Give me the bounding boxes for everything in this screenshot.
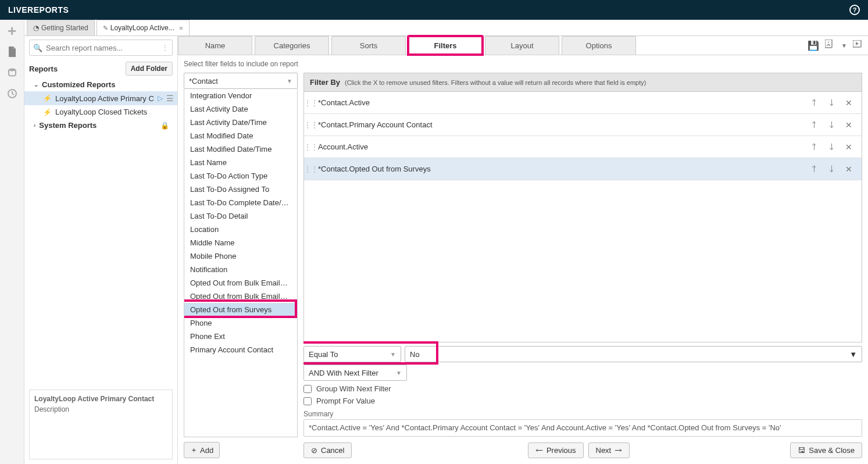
- field-item[interactable]: Middle Name: [184, 236, 297, 249]
- play-icon[interactable]: ▷: [158, 94, 163, 102]
- search-input-wrap[interactable]: 🔍 ⋮: [29, 40, 173, 56]
- field-item[interactable]: Last To-Do Detail: [184, 209, 297, 223]
- move-up-icon[interactable]: 🡑: [808, 141, 821, 153]
- field-item[interactable]: Last Name: [184, 156, 297, 169]
- move-down-icon[interactable]: 🡓: [826, 163, 838, 175]
- filter-row[interactable]: ⋮⋮ *Contact.Active 🡑 🡓 ✕: [304, 92, 862, 114]
- move-up-icon[interactable]: 🡑: [808, 119, 821, 131]
- app-title: LIVEREPORTS: [8, 5, 69, 15]
- tree-item-loyaltyloop-closed[interactable]: ⚡ LoyaltyLoop Closed Tickets: [24, 105, 177, 119]
- tab-getting-started[interactable]: ◔ Getting Started: [27, 20, 95, 35]
- tree-system[interactable]: › System Reports 🔒: [24, 119, 177, 132]
- remove-icon[interactable]: ✕: [843, 119, 855, 131]
- tree-item-loyaltyloop-active[interactable]: ⚡ LoyaltyLoop Active Primary Con ▷ ☰: [24, 91, 177, 105]
- run-icon[interactable]: [853, 40, 862, 51]
- filter-header: Filter By (Click the X to remove unused …: [303, 73, 862, 92]
- field-item[interactable]: Mobile Phone: [184, 249, 297, 263]
- filter-by-title: Filter By: [310, 78, 340, 87]
- grip-icon[interactable]: ⋮⋮: [304, 165, 316, 173]
- field-item[interactable]: Opted Out from Surveys: [184, 303, 297, 316]
- add-button[interactable]: ＋ Add: [184, 442, 220, 458]
- tree-customized[interactable]: ⌄ Customized Reports: [24, 78, 177, 91]
- field-item[interactable]: Last To-Do Action Type: [184, 169, 297, 183]
- export-icon[interactable]: x: [825, 40, 835, 51]
- tab-name[interactable]: Name: [178, 36, 252, 55]
- add-folder-button[interactable]: Add Folder: [126, 62, 173, 76]
- save-close-button[interactable]: 🖫 Save & Close: [790, 442, 862, 458]
- report-tree: ⌄ Customized Reports ⚡ LoyaltyLoop Activ…: [24, 78, 177, 385]
- help-icon[interactable]: ?: [849, 5, 860, 15]
- field-item[interactable]: Opted Out from Bulk Emails D...: [184, 276, 297, 290]
- field-item[interactable]: Notification: [184, 263, 297, 276]
- field-item[interactable]: Last To-Do Complete Date/Time: [184, 196, 297, 209]
- menu-icon[interactable]: ☰: [166, 94, 174, 103]
- prompt-check-row[interactable]: Prompt For Value: [303, 397, 862, 405]
- move-down-icon[interactable]: 🡓: [826, 141, 838, 153]
- field-item[interactable]: Integration Vendor: [184, 89, 297, 102]
- field-item[interactable]: Opted Out from Bulk Emails D...: [184, 290, 297, 303]
- chevron-down-icon[interactable]: ▼: [841, 42, 847, 49]
- group-check-row[interactable]: Group With Next Filter: [303, 384, 862, 393]
- clock-icon[interactable]: [6, 87, 19, 100]
- remove-icon[interactable]: ✕: [843, 97, 855, 109]
- field-item[interactable]: Last Modified Date/Time: [184, 142, 297, 156]
- tree-label: Customized Reports: [42, 80, 115, 89]
- prompt-checkbox[interactable]: [303, 397, 312, 405]
- tab-options[interactable]: Options: [562, 36, 636, 55]
- more-icon[interactable]: ⋮: [162, 44, 169, 52]
- combo-value: Equal To: [309, 350, 338, 359]
- add-label: Add: [200, 446, 213, 455]
- tab-loyaltyloop[interactable]: ✎ LoyaltyLoop Active... ×: [97, 20, 190, 35]
- move-up-icon[interactable]: 🡑: [808, 163, 821, 175]
- grip-icon[interactable]: ⋮⋮: [304, 99, 316, 107]
- group-checkbox[interactable]: [303, 385, 312, 393]
- field-item[interactable]: Location: [184, 223, 297, 236]
- arrow-right-icon: 🡒: [615, 446, 622, 455]
- summary-text: *Contact.Active = 'Yes' And *Contact.Pri…: [303, 419, 862, 437]
- grip-icon[interactable]: ⋮⋮: [304, 143, 316, 151]
- svg-point-0: [9, 69, 16, 72]
- remove-icon[interactable]: ✕: [843, 163, 855, 175]
- remove-icon[interactable]: ✕: [843, 141, 855, 153]
- tab-filters[interactable]: Filters: [408, 36, 483, 55]
- check-label: Group With Next Filter: [316, 384, 391, 393]
- entity-dropdown[interactable]: *Contact ▼: [184, 73, 298, 89]
- filter-name: *Contact.Opted Out from Surveys: [316, 165, 801, 173]
- move-down-icon[interactable]: 🡓: [826, 119, 838, 131]
- join-dropdown[interactable]: AND With Next Filter ▼: [303, 365, 407, 381]
- field-item[interactable]: Last Modified Date: [184, 129, 297, 142]
- filter-row[interactable]: ⋮⋮ Account.Active 🡑 🡓 ✕: [304, 136, 862, 158]
- previous-button[interactable]: 🡐 Previous: [528, 442, 584, 458]
- field-item[interactable]: Phone Ext: [184, 330, 297, 343]
- field-item[interactable]: Last Activity Date/Time: [184, 116, 297, 129]
- filter-row[interactable]: ⋮⋮ *Contact.Primary Account Contact 🡑 🡓 …: [304, 114, 862, 136]
- close-icon[interactable]: ×: [179, 24, 184, 33]
- tab-categories[interactable]: Categories: [255, 36, 329, 55]
- field-item[interactable]: Phone: [184, 316, 297, 330]
- plus-icon[interactable]: +: [6, 24, 19, 37]
- value-dropdown[interactable]: No ▼: [405, 346, 862, 362]
- filter-row[interactable]: ⋮⋮ *Contact.Opted Out from Surveys 🡑 🡓 ✕: [304, 158, 862, 180]
- chevron-down-icon: ⌄: [34, 81, 38, 88]
- btn-label: Save & Close: [809, 446, 855, 455]
- field-item[interactable]: Primary Account Contact: [184, 343, 297, 356]
- field-item[interactable]: Last Activity Date: [184, 102, 297, 116]
- footer-row: ⊘ Cancel 🡐 Previous Next: [303, 442, 862, 458]
- top-bar: LIVEREPORTS ?: [0, 0, 868, 20]
- save-icon[interactable]: 💾: [808, 40, 819, 51]
- field-list[interactable]: Integration VendorLast Activity DateLast…: [184, 89, 297, 437]
- move-up-icon[interactable]: 🡑: [808, 97, 821, 109]
- tab-layout[interactable]: Layout: [485, 36, 559, 55]
- cancel-button[interactable]: ⊘ Cancel: [303, 442, 352, 458]
- tab-sorts[interactable]: Sorts: [331, 36, 406, 55]
- search-input[interactable]: [46, 44, 158, 52]
- field-item[interactable]: Last To-Do Assigned To: [184, 183, 297, 196]
- next-button[interactable]: Next 🡒: [588, 442, 630, 458]
- move-down-icon[interactable]: 🡓: [826, 97, 838, 109]
- file-icon[interactable]: [6, 45, 19, 58]
- operator-dropdown[interactable]: Equal To ▼: [303, 346, 401, 362]
- database-icon[interactable]: [6, 66, 19, 79]
- panel-subhead: Select filter fields to include on repor…: [184, 60, 862, 68]
- bolt-icon: ⚡: [43, 94, 52, 102]
- grip-icon[interactable]: ⋮⋮: [304, 121, 316, 129]
